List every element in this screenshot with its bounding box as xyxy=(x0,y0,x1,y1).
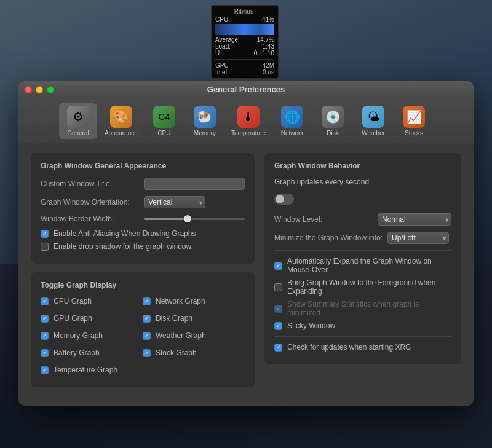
toolbar-label-cpu: CPU xyxy=(157,130,170,136)
bring-fg-checkbox[interactable] xyxy=(274,283,282,291)
cpu-graph-row[interactable]: CPU Graph xyxy=(41,297,143,305)
sticky-label: Sticky Window xyxy=(287,321,335,330)
toggle-section: Toggle Graph Display CPU Graph GPU Graph xyxy=(31,272,255,387)
toolbar-item-memory[interactable]: 🐏 Memory xyxy=(186,103,224,139)
orientation-row: Graph Window Orientation: Vertical Horiz… xyxy=(41,196,245,208)
toggle-section-title: Toggle Graph Display xyxy=(41,281,245,289)
toolbar-label-temperature: Temperature xyxy=(231,130,266,136)
battery-graph-checkbox[interactable] xyxy=(41,349,49,357)
network-graph-row[interactable]: Network Graph xyxy=(143,297,245,305)
toolbar-label-appearance: Appearance xyxy=(105,130,138,136)
toolbar-item-cpu[interactable]: G4 CPU xyxy=(145,103,183,139)
border-width-thumb[interactable] xyxy=(184,215,191,222)
toolbar-item-appearance[interactable]: 🎨 Appearance xyxy=(100,103,143,139)
widget-intel-label: Intel xyxy=(215,69,227,76)
window-level-row: Window Level: Normal Floating Desktop ▾ xyxy=(274,213,451,226)
stock-graph-checkbox[interactable] xyxy=(143,349,151,357)
border-width-fill xyxy=(144,218,189,220)
gpu-graph-row[interactable]: GPU Graph xyxy=(41,314,143,323)
bring-fg-row[interactable]: Bring Graph Window to the Foreground whe… xyxy=(274,278,451,296)
window-level-select-wrapper: Normal Floating Desktop ▾ xyxy=(378,213,451,226)
toolbar-item-disk[interactable]: 💿 Disk xyxy=(314,103,352,139)
widget-avg-label: Average: xyxy=(215,36,240,43)
widget-load-value: 1.43 xyxy=(263,43,274,50)
memory-graph-label: Memory Graph xyxy=(54,331,103,340)
sticky-row[interactable]: Sticky Window xyxy=(274,321,451,330)
battery-graph-row[interactable]: Battery Graph xyxy=(41,348,143,357)
toolbar-item-stocks[interactable]: 📈 Stocks xyxy=(395,103,433,139)
divider-2 xyxy=(274,336,451,337)
widget-top-title: Ribhus- xyxy=(215,8,274,15)
titlebar-buttons xyxy=(25,86,54,93)
cpu-graph-label: CPU Graph xyxy=(54,297,92,305)
weather-graph-checkbox[interactable] xyxy=(143,332,151,340)
toolbar-label-weather: Weather xyxy=(362,130,385,136)
border-width-track[interactable] xyxy=(144,218,245,220)
battery-graph-label: Battery Graph xyxy=(54,348,100,357)
anti-alias-checkbox[interactable] xyxy=(41,230,49,238)
show-summary-checkbox xyxy=(274,305,282,313)
auto-expand-row[interactable]: Automatically Expand the Graph Window on… xyxy=(274,257,451,274)
bring-fg-label: Bring Graph Window to the Foreground whe… xyxy=(287,278,451,296)
weather-icon: 🌤 xyxy=(362,106,384,128)
toolbar-item-general[interactable]: ⚙ General xyxy=(59,103,97,139)
cpu-icon: G4 xyxy=(153,106,175,128)
toolbar-item-network[interactable]: 🌐 Network xyxy=(273,103,311,139)
widget-avg-value: 14.7% xyxy=(257,36,274,43)
toolbar-item-weather[interactable]: 🌤 Weather xyxy=(354,103,392,139)
show-summary-label: Show Summary Statistics when graph is mi… xyxy=(287,300,451,317)
network-graph-label: Network Graph xyxy=(156,297,205,305)
minimize-select[interactable]: Up/Left Up/Right Down/Left Down/Right xyxy=(387,232,449,244)
disk-graph-checkbox[interactable] xyxy=(143,315,151,323)
custom-title-label: Custom Window Title: xyxy=(41,179,139,188)
toolbar-item-temperature[interactable]: 🌡 Temperature xyxy=(226,103,271,139)
orientation-select[interactable]: Vertical Horizontal xyxy=(144,196,205,208)
cpu-graph-checkbox[interactable] xyxy=(41,297,49,305)
close-button[interactable] xyxy=(25,86,32,93)
toolbar-label-disk: Disk xyxy=(327,130,338,136)
toggle-grid: CPU Graph GPU Graph Memory Graph Ba xyxy=(41,297,245,379)
gpu-graph-checkbox[interactable] xyxy=(41,315,49,323)
appearance-section: Graph Window General Appearance Custom W… xyxy=(31,153,255,264)
content-area: Graph Window General Appearance Custom W… xyxy=(18,143,474,406)
toolbar-label-general: General xyxy=(67,130,89,136)
custom-title-input[interactable] xyxy=(144,178,245,190)
updates-toggle[interactable] xyxy=(274,194,294,205)
memory-graph-checkbox[interactable] xyxy=(41,332,49,340)
window-level-label: Window Level: xyxy=(274,215,373,224)
disk-graph-row[interactable]: Disk Graph xyxy=(143,314,245,323)
auto-expand-checkbox[interactable] xyxy=(274,262,282,270)
check-updates-row[interactable]: Check for updates when starting XRG xyxy=(274,343,451,352)
drop-shadow-row[interactable]: Enable drop shadow for the graph window. xyxy=(41,242,245,251)
divider-1 xyxy=(274,250,451,251)
window-title: General Preferences xyxy=(207,85,285,94)
sticky-checkbox[interactable] xyxy=(274,322,282,330)
minimize-button[interactable] xyxy=(36,86,43,93)
check-updates-checkbox[interactable] xyxy=(274,344,282,352)
anti-alias-row[interactable]: Enable Anti-Aliasing When Drawing Graphs xyxy=(41,229,245,238)
toolbar-label-memory: Memory xyxy=(194,130,216,136)
disk-graph-label: Disk Graph xyxy=(156,314,192,323)
orientation-label: Graph Window Orientation: xyxy=(41,198,139,206)
memory-icon: 🐏 xyxy=(194,106,216,128)
window-level-select[interactable]: Normal Floating Desktop xyxy=(378,213,451,226)
border-width-row: Window Border Width: xyxy=(41,214,245,223)
temperature-graph-row[interactable]: Temperature Graph xyxy=(41,366,143,374)
preferences-window: General Preferences ⚙ General 🎨 Appearan… xyxy=(18,81,474,406)
maximize-button[interactable] xyxy=(47,86,54,93)
stock-graph-row[interactable]: Stock Graph xyxy=(143,348,245,357)
drop-shadow-checkbox[interactable] xyxy=(41,243,49,251)
network-icon: 🌐 xyxy=(281,106,303,128)
widget-top: Ribhus- CPU 41% Average: 14.7% Load: 1.4… xyxy=(211,5,279,79)
temperature-graph-checkbox[interactable] xyxy=(41,366,49,374)
updates-toggle-knob xyxy=(276,195,284,203)
orientation-select-wrapper: Vertical Horizontal ▾ xyxy=(144,196,205,208)
updates-label: Graph updates every second xyxy=(274,178,369,186)
weather-graph-row[interactable]: Weather Graph xyxy=(143,331,245,340)
widget-u-label: U: xyxy=(215,50,221,57)
updates-row: Graph updates every second xyxy=(274,178,451,186)
network-graph-checkbox[interactable] xyxy=(143,297,151,305)
widget-gpu-value: 42M xyxy=(263,62,274,69)
stocks-icon: 📈 xyxy=(403,106,425,128)
memory-graph-row[interactable]: Memory Graph xyxy=(41,331,143,340)
